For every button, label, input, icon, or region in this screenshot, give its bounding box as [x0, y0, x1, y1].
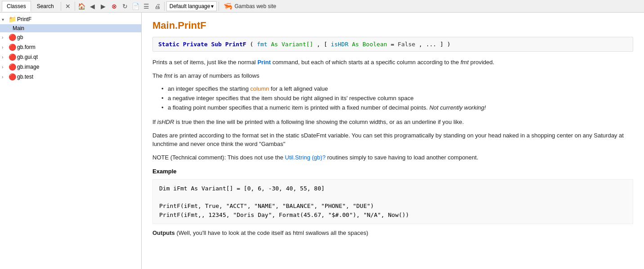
toggle-gb-form-icon: ›	[2, 45, 7, 50]
history-button[interactable]: ☰	[142, 1, 152, 11]
outputs-line: Outputs (Well, you'll have to look at th…	[152, 229, 633, 238]
util-string-link[interactable]: Util.String (gb)?	[285, 154, 326, 161]
folder-icon: 📁	[8, 15, 16, 23]
desc-paragraph-2: The fmt is an array of numbers as follow…	[152, 71, 633, 80]
gambas-website-link[interactable]: 🦐 Gambas web site	[221, 2, 279, 10]
tab-search[interactable]: Search	[32, 1, 59, 12]
fmt-italic-2: fmt	[164, 72, 172, 79]
code-block: Dim iFmt As Variant[] = [0, 6, -30, 40, …	[152, 179, 633, 224]
kw-sub: Sub	[211, 41, 221, 48]
sidebar-root-label: PrintF	[17, 16, 31, 22]
sidebar-root-printf[interactable]: ▾ 📁 PrintF	[0, 14, 141, 24]
separator-3	[164, 2, 165, 11]
bullet-list: an integer specifies the starting column…	[161, 84, 633, 112]
toggle-gb-gui-qt-icon: ›	[2, 55, 7, 60]
example-heading: Example	[152, 168, 633, 175]
fmt-italic-1: fmt	[461, 59, 469, 66]
dates-paragraph: Dates are printed according to the forma…	[152, 131, 633, 149]
sidebar-item-gb-form[interactable]: › 🔴 gb.form	[0, 42, 141, 52]
toggle-gb-icon: ›	[2, 35, 7, 40]
print-button[interactable]: 🖨	[152, 1, 162, 11]
outputs-bold-label: Outputs	[152, 229, 175, 236]
sidebar-gb-gui-qt-label: gb.gui.qt	[17, 54, 38, 60]
list-item: an integer specifies the starting column…	[161, 84, 633, 94]
toggle-gb-test-icon: ›	[2, 75, 7, 79]
language-selector[interactable]: Default language ▾	[166, 1, 217, 11]
toggle-icon: ▾	[2, 17, 7, 22]
sidebar-gb-label: gb	[17, 34, 23, 40]
gambas-website-label: Gambas web site	[234, 3, 276, 9]
kw-type-boolean: Boolean	[362, 41, 387, 48]
sidebar-gb-image-label: gb.image	[17, 64, 39, 70]
list-item: a negative integer specifies that the it…	[161, 94, 633, 103]
page-title: Main.PrintF	[152, 20, 633, 31]
sidebar-gb-test-label: gb.test	[17, 74, 33, 80]
module-gb-image-icon: 🔴	[8, 63, 16, 71]
toolbar: Classes Search ✕ 🏠 ◀ ▶ ⊗ ↻ 📄 ☰ 🖨 Default…	[0, 0, 644, 13]
sidebar: ▾ 📁 PrintF Main › 🔴 gb › 🔴 gb.form › 🔴 g…	[0, 13, 142, 269]
sidebar-item-gb[interactable]: › 🔴 gb	[0, 32, 141, 42]
toggle-gb-image-icon: ›	[2, 65, 7, 70]
kw-param-fmt: fmt	[257, 41, 267, 48]
list-item: a floating point number specifies that a…	[161, 103, 633, 113]
kw-val-false: False	[398, 41, 415, 48]
bookmark-button[interactable]: 📄	[131, 1, 141, 11]
sidebar-item-gb-test[interactable]: › 🔴 gb.test	[0, 72, 141, 82]
stop-button[interactable]: ⊗	[109, 1, 119, 11]
home-button[interactable]: 🏠	[77, 1, 87, 11]
print-link[interactable]: Print	[257, 59, 271, 66]
tab-classes[interactable]: Classes	[2, 1, 31, 12]
content-area: Main.PrintF Static Private Sub PrintF ( …	[142, 13, 644, 269]
forward-button[interactable]: ▶	[98, 1, 108, 11]
main-layout: ▾ 📁 PrintF Main › 🔴 gb › 🔴 gb.form › 🔴 g…	[0, 13, 644, 269]
outputs-rest-text: (Well, you'll have to look at the code i…	[176, 229, 368, 236]
kw-param-ishdr: isHDR	[331, 41, 349, 48]
module-gb-icon: 🔴	[8, 33, 16, 41]
back-button[interactable]: ◀	[88, 1, 98, 11]
kw-private: Private	[183, 41, 208, 48]
separator-4	[219, 2, 219, 11]
sidebar-item-main[interactable]: Main	[0, 24, 141, 32]
ishdr-paragraph: If isHDR is true then the line will be p…	[152, 118, 633, 127]
module-gb-test-icon: 🔴	[8, 73, 16, 81]
close-button[interactable]: ✕	[63, 1, 73, 11]
sidebar-item-gb-gui-qt[interactable]: › 🔴 gb.gui.qt	[0, 52, 141, 62]
module-gb-gui-qt-icon: 🔴	[8, 53, 16, 61]
separator-1	[61, 2, 61, 11]
kw-as-2: As	[352, 41, 359, 48]
desc-paragraph-1: Prints a set of items, just like the nor…	[152, 58, 633, 67]
reload-button[interactable]: ↻	[120, 1, 130, 11]
sidebar-main-label: Main	[13, 25, 24, 31]
note-paragraph: NOTE (Technical comment): This does not …	[152, 153, 633, 162]
kw-type-variant: Variant[]	[282, 41, 313, 48]
chevron-down-icon: ▾	[211, 3, 214, 9]
sidebar-gb-form-label: gb.form	[17, 44, 36, 50]
kw-as-1: As	[271, 41, 278, 48]
module-gb-form-icon: 🔴	[8, 43, 16, 51]
language-label: Default language	[170, 3, 210, 9]
sidebar-item-gb-image[interactable]: › 🔴 gb.image	[0, 62, 141, 72]
ishdr-italic: isHDR	[157, 119, 174, 125]
signature-block: Static Private Sub PrintF ( fmt As Varia…	[152, 37, 633, 52]
kw-func-name: PrintF	[225, 41, 246, 48]
kw-static: Static	[158, 41, 179, 48]
separator-2	[75, 2, 75, 11]
gambas-icon: 🦐	[224, 2, 233, 10]
